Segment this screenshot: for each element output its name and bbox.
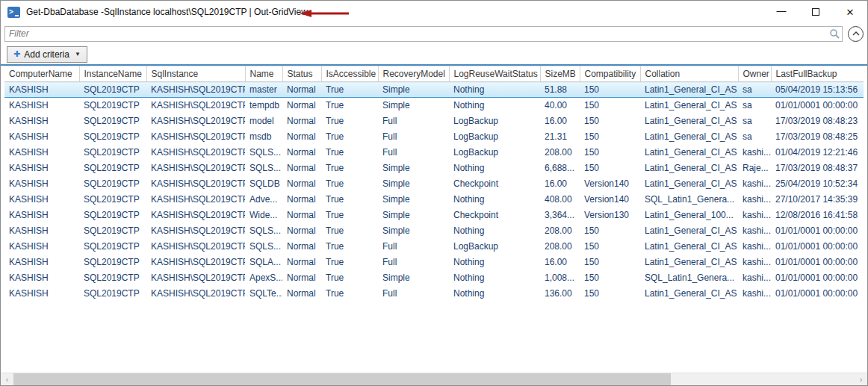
table-row[interactable]: KASHISHSQL2019CTPKASHISH\SQL2019CTPSQLS.… — [4, 145, 864, 161]
cell-lastfullbackup: 01/01/0001 00:00:00 — [771, 286, 864, 302]
cell-sqlinstance: KASHISH\SQL2019CTP — [146, 82, 245, 98]
cell-status: Normal — [282, 223, 321, 239]
table-row[interactable]: KASHISHSQL2019CTPKASHISH\SQL2019CTPSQLTe… — [4, 286, 864, 302]
column-header-name[interactable]: Name — [245, 66, 282, 82]
cell-compatibility: 150 — [580, 286, 640, 302]
cell-computername: KASHISH — [4, 176, 79, 192]
scroll-left-button[interactable]: ‹ — [1, 373, 13, 385]
table-header-row: ComputerNameInstanceNameSqlInstanceNameS… — [4, 66, 864, 82]
cell-isaccessible: True — [321, 286, 378, 302]
cell-sizemb: 208.00 — [540, 223, 580, 239]
cell-owner: kashi... — [738, 176, 771, 192]
column-header-status[interactable]: Status — [282, 66, 321, 82]
table-row[interactable]: KASHISHSQL2019CTPKASHISH\SQL2019CTPSQLS.… — [4, 223, 864, 239]
table-row[interactable]: KASHISHSQL2019CTPKASHISH\SQL2019CTPmaste… — [4, 82, 864, 98]
table-row[interactable]: KASHISHSQL2019CTPKASHISH\SQL2019CTPSQLS.… — [4, 161, 864, 176]
results-grid: ComputerNameInstanceNameSqlInstanceNameS… — [1, 66, 867, 373]
cell-lastfullbackup: 01/01/0001 00:00:00 — [771, 239, 864, 255]
cell-recoverymodel: Full — [378, 255, 449, 270]
table-row[interactable]: KASHISHSQL2019CTPKASHISH\SQL2019CTPWide.… — [4, 208, 864, 223]
column-header-compatibility[interactable]: Compatibility — [580, 66, 640, 82]
table-row[interactable]: KASHISHSQL2019CTPKASHISH\SQL2019CTPSQLDB… — [4, 176, 864, 192]
column-header-sqlinstance[interactable]: SqlInstance — [146, 66, 245, 82]
cell-owner: kashi... — [738, 270, 771, 286]
cell-lastfullbackup: 17/03/2019 08:48:23 — [771, 113, 864, 129]
cell-recoverymodel: Simple — [378, 223, 449, 239]
column-header-collation[interactable]: Collation — [640, 66, 738, 82]
table-row[interactable]: KASHISHSQL2019CTPKASHISH\SQL2019CTPApexS… — [4, 270, 864, 286]
table-row[interactable]: KASHISHSQL2019CTPKASHISH\SQL2019CTPAdve.… — [4, 192, 864, 208]
cell-logreusewaitstatus: Nothing — [449, 82, 540, 98]
cell-status: Normal — [282, 145, 321, 161]
cell-name: Wide... — [245, 208, 282, 223]
cell-lastfullbackup: 01/01/0001 00:00:00 — [771, 98, 864, 113]
column-header-lastfullbackup[interactable]: LastFullBackup — [771, 66, 864, 82]
cell-isaccessible: True — [321, 176, 378, 192]
cell-status: Normal — [282, 239, 321, 255]
scrollbar-thumb[interactable] — [13, 373, 671, 385]
cell-logreusewaitstatus: Nothing — [449, 192, 540, 208]
cell-isaccessible: True — [321, 239, 378, 255]
column-header-owner[interactable]: Owner — [738, 66, 771, 82]
cell-recoverymodel: Simple — [378, 208, 449, 223]
close-button[interactable]: ✕ — [833, 1, 867, 23]
cell-collation: Latin1_General_CI_AS — [640, 145, 738, 161]
cell-status: Normal — [282, 286, 321, 302]
cell-sizemb: 40.00 — [540, 98, 580, 113]
cell-compatibility: Version140 — [580, 192, 640, 208]
cell-name: SQLA... — [245, 255, 282, 270]
filter-input[interactable] — [4, 26, 843, 42]
cell-lastfullbackup: 27/10/2017 14:35:39 — [771, 192, 864, 208]
cell-owner: Raje... — [738, 161, 771, 176]
cell-lastfullbackup: 01/01/0001 00:00:00 — [771, 270, 864, 286]
cell-status: Normal — [282, 208, 321, 223]
minimize-button[interactable]: — — [764, 1, 799, 23]
cell-owner: sa — [738, 82, 771, 98]
horizontal-scrollbar[interactable]: ‹ › — [1, 373, 867, 385]
scrollbar-track[interactable] — [671, 373, 855, 385]
cell-recoverymodel: Full — [378, 145, 449, 161]
column-header-logreusewaitstatus[interactable]: LogReuseWaitStatus — [449, 66, 540, 82]
collapse-criteria-button[interactable] — [848, 26, 864, 42]
title-bar: > Get-DbaDatabase -SqlInstance localhost… — [1, 1, 867, 23]
cell-sqlinstance: KASHISH\SQL2019CTP — [146, 145, 245, 161]
chevron-up-icon — [852, 31, 860, 36]
red-arrow-annotation — [298, 9, 352, 18]
maximize-button[interactable] — [799, 1, 833, 23]
column-header-computername[interactable]: ComputerName — [4, 66, 79, 82]
cell-recoverymodel: Simple — [378, 192, 449, 208]
table-row[interactable]: KASHISHSQL2019CTPKASHISH\SQL2019CTPSQLS.… — [4, 239, 864, 255]
cell-computername: KASHISH — [4, 286, 79, 302]
cell-sqlinstance: KASHISH\SQL2019CTP — [146, 192, 245, 208]
table-row[interactable]: KASHISHSQL2019CTPKASHISH\SQL2019CTPmsdbN… — [4, 129, 864, 145]
cell-sqlinstance: KASHISH\SQL2019CTP — [146, 286, 245, 302]
table-row[interactable]: KASHISHSQL2019CTPKASHISH\SQL2019CTPtempd… — [4, 98, 864, 113]
column-header-isaccessible[interactable]: IsAccessible — [321, 66, 378, 82]
cell-sizemb: 208.00 — [540, 145, 580, 161]
cell-lastfullbackup: 12/08/2016 16:41:58 — [771, 208, 864, 223]
column-header-instancename[interactable]: InstanceName — [79, 66, 146, 82]
cell-sqlinstance: KASHISH\SQL2019CTP — [146, 129, 245, 145]
cell-logreusewaitstatus: LogBackup — [449, 113, 540, 129]
column-header-recoverymodel[interactable]: RecoveryModel — [378, 66, 449, 82]
cell-isaccessible: True — [321, 82, 378, 98]
cell-name: SQLTe... — [245, 286, 282, 302]
table-row[interactable]: KASHISHSQL2019CTPKASHISH\SQL2019CTPmodel… — [4, 113, 864, 129]
cell-isaccessible: True — [321, 223, 378, 239]
cell-status: Normal — [282, 255, 321, 270]
cell-instancename: SQL2019CTP — [79, 192, 146, 208]
column-header-sizemb[interactable]: SizeMB — [540, 66, 580, 82]
cell-collation: Latin1_General_100... — [640, 208, 738, 223]
cell-collation: Latin1_General_CI_AS — [640, 286, 738, 302]
cell-collation: Latin1_General_CI_AS — [640, 239, 738, 255]
scroll-right-button[interactable]: › — [855, 373, 867, 385]
cell-compatibility: 150 — [580, 239, 640, 255]
cell-isaccessible: True — [321, 98, 378, 113]
chevron-down-icon: ▼ — [75, 51, 81, 57]
cell-recoverymodel: Full — [378, 286, 449, 302]
cell-status: Normal — [282, 161, 321, 176]
cell-computername: KASHISH — [4, 208, 79, 223]
cell-name: SQLS... — [245, 145, 282, 161]
table-row[interactable]: KASHISHSQL2019CTPKASHISH\SQL2019CTPSQLA.… — [4, 255, 864, 270]
add-criteria-button[interactable]: ✚ Add criteria ▼ — [7, 46, 87, 63]
